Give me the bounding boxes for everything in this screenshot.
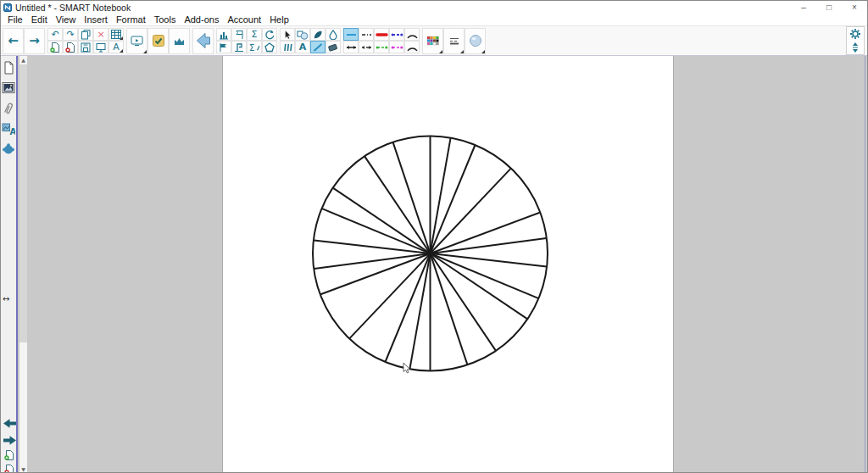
scroll-up-button[interactable]: ▲ — [19, 56, 27, 64]
check-button[interactable] — [147, 28, 169, 54]
color-palette-icon — [426, 36, 440, 47]
next-page-nav-button[interactable] — [2, 434, 17, 447]
lines-tool-button[interactable] — [310, 41, 326, 53]
scrollbar-thumb[interactable] — [19, 64, 27, 342]
add-ons-tab[interactable] — [1, 140, 16, 158]
select-tool-button[interactable] — [280, 28, 295, 41]
delete-button[interactable]: × — [93, 28, 108, 41]
sidebar-tab-strip: A — [1, 56, 18, 473]
magic-pen-tool-button[interactable] — [326, 28, 341, 41]
menu-account[interactable]: Account — [223, 14, 265, 25]
smart-exchange-button[interactable] — [169, 28, 190, 54]
toolbar-move-button[interactable] — [847, 41, 864, 54]
menu-addons[interactable]: Add-ons — [180, 14, 223, 25]
save-icon — [81, 42, 91, 53]
menu-format[interactable]: Format — [112, 14, 150, 25]
line-style-thick-red[interactable] — [374, 28, 389, 41]
line-style-arc-2[interactable] — [404, 41, 420, 53]
paste-button[interactable] — [78, 28, 93, 41]
line-style-dot-ends-magenta[interactable] — [389, 41, 404, 53]
menu-help[interactable]: Help — [265, 14, 293, 25]
toolbar-side-panel — [846, 26, 865, 55]
menu-view[interactable]: View — [52, 14, 81, 25]
toolbar-settings-button[interactable] — [847, 27, 864, 41]
menu-tools[interactable]: Tools — [150, 14, 181, 25]
rotate-button[interactable] — [262, 28, 277, 41]
minimize-button[interactable]: – — [791, 1, 816, 14]
line-style-arrow-black[interactable] — [343, 41, 359, 53]
menu-insert[interactable]: Insert — [80, 14, 112, 25]
properties-tab[interactable]: A — [1, 120, 16, 137]
undo-button[interactable]: ↶ — [47, 28, 63, 41]
line-style-dot-ends-blue[interactable] — [389, 28, 404, 41]
summation-button[interactable]: Σ — [247, 28, 262, 41]
window-title: Untitled * - SMART Notebook — [15, 3, 131, 13]
sigma-pencil-icon: Σ — [249, 42, 260, 53]
flag-button[interactable] — [216, 41, 231, 53]
sidebar-resize-handle[interactable]: ↔ — [3, 294, 9, 303]
save-button[interactable] — [78, 41, 93, 53]
summation-icon: Σ — [252, 30, 258, 39]
add-page-nav-button[interactable] — [2, 448, 17, 461]
fill-effects-button[interactable] — [465, 28, 486, 54]
measure-tool-button[interactable] — [280, 41, 295, 53]
eraser-tool-button[interactable] — [326, 41, 341, 53]
line-style-dot-ends-green[interactable] — [374, 41, 389, 53]
line-style-dash-arrow-black[interactable] — [359, 41, 374, 53]
svg-text:Σ: Σ — [249, 43, 254, 53]
delete-icon: × — [97, 30, 104, 39]
text-style-button[interactable]: A — [108, 41, 124, 53]
toolbar-group-big-back — [192, 28, 214, 54]
right-border-line — [865, 56, 865, 473]
toolbar-group-file-edit: ↶↷×A — [47, 28, 124, 53]
line-style-icon — [391, 30, 403, 40]
menu-file[interactable]: File — [3, 14, 27, 25]
delete-page-button[interactable] — [63, 41, 78, 53]
line-style-solid-blue[interactable] — [343, 28, 359, 41]
color-palette-button[interactable] — [422, 28, 443, 54]
line-width-button[interactable] — [443, 28, 465, 54]
big-previous-arrow-button[interactable] — [192, 28, 214, 54]
screen-share-button[interactable] — [126, 28, 147, 54]
flag-f-button[interactable] — [231, 41, 247, 53]
scroll-down-button[interactable]: ▼ — [19, 465, 27, 473]
line-style-dash-dot-black[interactable] — [359, 28, 374, 41]
pens-tool-button[interactable] — [310, 28, 326, 41]
toolbar-group-navigation: ←→ — [3, 28, 45, 54]
vertical-scrollbar[interactable]: ▲ ▼ — [19, 56, 27, 473]
attachments-tab[interactable] — [1, 99, 16, 117]
add-page-button[interactable] — [47, 41, 63, 53]
previous-page-icon: ← — [8, 35, 19, 47]
svg-text:A: A — [10, 126, 16, 136]
polygon-button[interactable] — [262, 41, 277, 53]
line-style-icon — [345, 42, 358, 53]
toolbar-group-style-pickers — [422, 28, 486, 54]
measure-bars-icon — [282, 42, 293, 53]
line-style-arc[interactable] — [404, 28, 420, 41]
maximize-button[interactable]: □ — [816, 1, 842, 14]
close-button[interactable]: × — [842, 1, 867, 14]
redo-button[interactable]: ↷ — [63, 28, 78, 41]
puzzle-icon — [2, 142, 15, 156]
text-tool-button[interactable]: A — [295, 41, 310, 53]
graph-button[interactable] — [216, 28, 231, 41]
insert-table-button[interactable] — [108, 28, 124, 41]
board-button[interactable] — [93, 41, 108, 53]
gallery-tab[interactable] — [1, 79, 16, 97]
delete-page-nav-button[interactable] — [2, 463, 17, 473]
big-arrow-icon — [195, 31, 212, 51]
select-cursor-icon — [282, 30, 292, 40]
next-page-button[interactable]: → — [24, 28, 45, 54]
line-style-icon — [376, 42, 388, 53]
previous-page-button[interactable]: ← — [3, 28, 24, 54]
notebook-page[interactable] — [222, 56, 674, 473]
align-flag-button[interactable] — [231, 28, 247, 41]
crown-icon — [173, 36, 186, 47]
page-sorter-tab[interactable] — [1, 58, 16, 76]
line-style-icon — [391, 42, 403, 53]
summation-edit-button[interactable]: Σ — [247, 41, 262, 53]
title-bar: Untitled * - SMART Notebook – □ × — [1, 1, 867, 14]
shapes-tool-button[interactable] — [295, 28, 310, 41]
previous-page-nav-button[interactable] — [2, 417, 17, 430]
menu-edit[interactable]: Edit — [27, 14, 52, 25]
